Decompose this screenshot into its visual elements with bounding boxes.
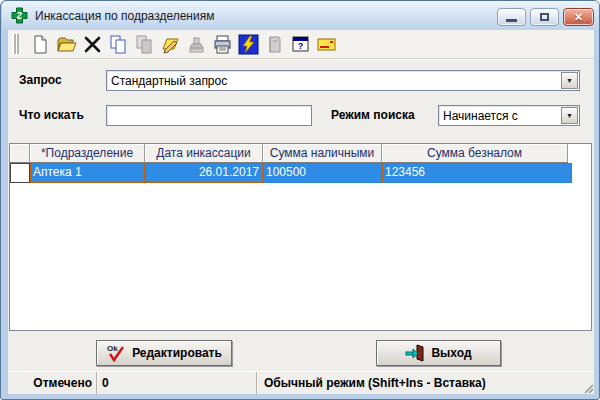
query-combobox-value: Стандартный запрос xyxy=(107,74,560,88)
window-title: Инкассация по подразделениям xyxy=(35,9,214,23)
print-icon xyxy=(212,34,233,55)
execute-button[interactable] xyxy=(235,31,261,57)
resize-grip[interactable] xyxy=(580,372,594,394)
ok-checkmark-icon: Ok xyxy=(106,343,126,363)
column-header-noncash[interactable]: Сумма безналом xyxy=(382,144,568,163)
new-document-icon xyxy=(30,34,51,55)
data-grid[interactable]: *Подразделение Дата инкассации Сумма нал… xyxy=(9,143,592,331)
query-dropdown-button[interactable]: ▼ xyxy=(561,72,578,89)
stamp-button[interactable] xyxy=(183,31,209,57)
mail-icon xyxy=(316,34,337,55)
column-header-date[interactable]: Дата инкассации xyxy=(145,144,263,163)
chevron-down-icon: ▼ xyxy=(566,77,573,84)
column-header-division[interactable]: *Подразделение xyxy=(30,144,145,163)
titlebar[interactable]: Инкассация по подразделениям ✕ xyxy=(2,1,600,30)
stamp-icon xyxy=(186,34,207,55)
minimize-button[interactable] xyxy=(497,8,526,26)
report-window-icon: ? xyxy=(290,34,311,55)
query-combobox[interactable]: Стандартный запрос ▼ xyxy=(106,70,580,91)
minimize-icon xyxy=(506,19,517,22)
table-row[interactable]: Аптека 1 26.01.2017 100500 123456 xyxy=(10,163,591,183)
delete-icon xyxy=(82,34,103,55)
query-label: Запрос xyxy=(19,73,62,87)
cell-cash[interactable]: 100500 xyxy=(263,163,382,183)
status-marked-label: Отмечено xyxy=(8,372,96,394)
row-indicator xyxy=(10,163,30,183)
mail-button[interactable] xyxy=(313,31,339,57)
column-header-indicator[interactable] xyxy=(10,144,30,163)
search-mode-value: Начинается с xyxy=(439,109,560,123)
open-folder-button[interactable] xyxy=(53,31,79,57)
edit-note-icon xyxy=(160,34,181,55)
paste-button[interactable] xyxy=(131,31,157,57)
svg-text:Ok: Ok xyxy=(107,344,118,353)
search-mode-combobox[interactable]: Начинается с ▼ xyxy=(438,105,580,126)
statusbar: Отмечено 0 Обычный режим (Shift+Ins - Вс… xyxy=(8,371,594,394)
maximize-icon xyxy=(540,13,549,21)
edit-button-label: Редактировать xyxy=(132,346,222,360)
column-header-cash[interactable]: Сумма наличными xyxy=(263,144,382,163)
cell-date[interactable]: 26.01.2017 xyxy=(145,163,263,183)
search-input[interactable] xyxy=(107,106,311,125)
resize-grip-icon xyxy=(582,382,594,394)
svg-text:?: ? xyxy=(297,41,303,51)
export-icon xyxy=(264,34,285,55)
exit-door-icon xyxy=(405,343,425,363)
search-mode-label: Режим поиска xyxy=(331,108,415,122)
open-folder-icon xyxy=(56,34,77,55)
toolbar-gripper[interactable] xyxy=(12,34,19,54)
print-button[interactable] xyxy=(209,31,235,57)
status-mode-text: Обычный режим (Shift+Ins - Вставка) xyxy=(256,372,580,394)
pharmacy-cross-icon xyxy=(11,7,28,24)
chevron-down-icon: ▼ xyxy=(566,112,573,119)
search-input-wrap xyxy=(106,105,312,126)
grid-header: *Подразделение Дата инкассации Сумма нал… xyxy=(10,144,591,163)
exit-button-label: Выход xyxy=(431,346,471,360)
cell-noncash[interactable]: 123456 xyxy=(382,163,572,183)
execute-lightning-icon xyxy=(238,34,259,55)
app-window: Инкассация по подразделениям ✕ xyxy=(0,0,600,400)
paste-icon xyxy=(134,34,155,55)
toolbar: ? xyxy=(8,30,594,59)
edit-note-button[interactable] xyxy=(157,31,183,57)
search-mode-dropdown-button[interactable]: ▼ xyxy=(561,107,578,124)
window-content: ? Запрос Стандартный запрос ▼ Что искать… xyxy=(8,30,594,394)
exit-button[interactable]: Выход xyxy=(376,340,501,366)
report-button[interactable]: ? xyxy=(287,31,313,57)
copy-button[interactable] xyxy=(105,31,131,57)
export-button[interactable] xyxy=(261,31,287,57)
edit-button[interactable]: Ok Редактировать xyxy=(96,340,232,366)
close-button[interactable]: ✕ xyxy=(563,8,594,26)
status-marked-value: 0 xyxy=(96,372,256,394)
close-icon: ✕ xyxy=(574,11,583,24)
copy-icon xyxy=(108,34,129,55)
cell-division[interactable]: Аптека 1 xyxy=(30,163,145,183)
delete-button[interactable] xyxy=(79,31,105,57)
new-document-button[interactable] xyxy=(27,31,53,57)
maximize-button[interactable] xyxy=(530,8,559,26)
search-label: Что искать xyxy=(19,108,84,122)
